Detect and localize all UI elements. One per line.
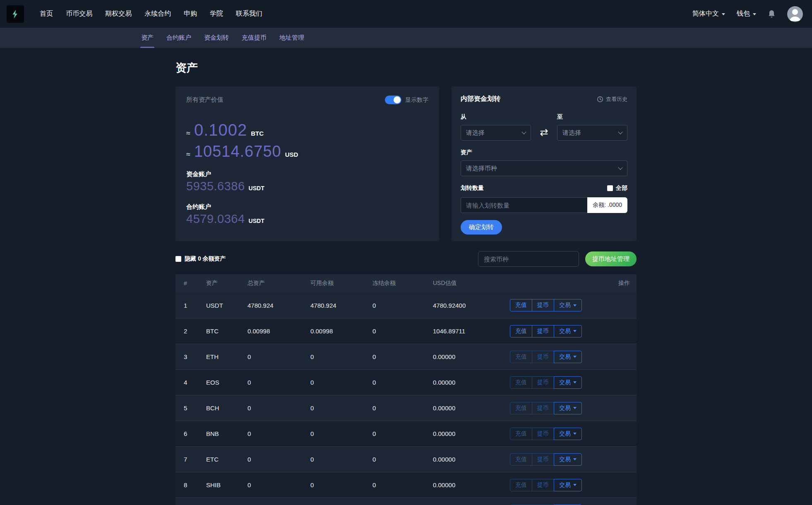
header-asset: 资产 (206, 280, 247, 287)
cell-frozen: 0 (372, 302, 433, 309)
cell-usd-value: 0.00000 (433, 353, 510, 360)
trade-label: 交易 (559, 430, 571, 438)
user-avatar[interactable] (787, 6, 803, 22)
tab-fund-transfer[interactable]: 资金划转 (203, 28, 230, 48)
tab-address-management[interactable]: 地址管理 (279, 28, 305, 48)
trade-label: 交易 (559, 481, 571, 489)
trade-dropdown-button[interactable]: 交易 (554, 453, 582, 466)
cell-index: 8 (175, 481, 206, 488)
view-history-link[interactable]: 查看历史 (597, 96, 627, 103)
table-row: 6 BNB 0 0 0 0.00000 充值 提币 交易 (175, 421, 637, 446)
row-actions: 充值 提币 交易 (510, 299, 582, 311)
asset-subnav: 资产 合约账户 资金划转 充值提币 地址管理 (0, 28, 812, 48)
cell-index: 2 (175, 328, 206, 335)
transfer-all-checkbox[interactable] (607, 185, 613, 191)
withdraw-button[interactable]: 提币 (532, 351, 554, 363)
cell-asset: SHIB (206, 481, 247, 488)
wallet-label: 钱包 (737, 10, 750, 18)
deposit-button[interactable]: 充值 (510, 479, 532, 491)
withdraw-button[interactable]: 提币 (532, 479, 554, 491)
asset-table-header: # 资产 总资产 可用余额 冻结余额 USD估值 操作 (175, 274, 637, 292)
confirm-transfer-button[interactable]: 确定划转 (461, 220, 502, 235)
withdraw-button[interactable]: 提币 (532, 325, 554, 337)
tab-deposit-withdraw[interactable]: 充值提币 (241, 28, 267, 48)
cell-index: 3 (175, 353, 206, 360)
cell-frozen: 0 (372, 353, 433, 360)
swap-direction-icon[interactable]: ⇄ (531, 127, 557, 141)
withdraw-button[interactable]: 提币 (532, 428, 554, 440)
nav-item-home[interactable]: 首页 (40, 10, 53, 18)
approx-symbol: ≈ (186, 129, 190, 138)
trade-dropdown-button[interactable]: 交易 (554, 428, 582, 440)
cell-asset: ETC (206, 456, 247, 463)
chevron-down-icon (573, 433, 577, 435)
cell-total: 0 (247, 430, 310, 437)
to-label: 至 (557, 113, 627, 121)
deposit-button[interactable]: 充值 (510, 428, 532, 440)
trade-dropdown-button[interactable]: 交易 (554, 479, 582, 491)
nav-item-academy[interactable]: 学院 (210, 10, 223, 18)
trade-dropdown-button[interactable]: 交易 (554, 402, 582, 414)
chevron-down-icon (722, 13, 725, 15)
table-row: 充值 提币 交易 (175, 498, 637, 505)
deposit-button[interactable]: 充值 (510, 299, 532, 311)
tab-assets[interactable]: 资产 (140, 28, 154, 48)
deposit-button[interactable]: 充值 (510, 453, 532, 466)
cell-available: 0.00998 (310, 328, 372, 335)
withdraw-button[interactable]: 提币 (532, 376, 554, 389)
amount-label: 划转数量 (461, 184, 484, 192)
transfer-amount-input[interactable] (461, 197, 587, 213)
withdraw-button[interactable]: 提币 (532, 402, 554, 414)
asset-select[interactable]: 请选择币种 (461, 160, 627, 176)
brand-logo[interactable] (7, 5, 24, 23)
deposit-button[interactable]: 充值 (510, 325, 532, 337)
tab-contract-account[interactable]: 合约账户 (166, 28, 192, 48)
asset-table-body: 1 USDT 4780.924 4780.924 0 4780.92400 充值… (175, 292, 637, 505)
nav-item-perpetual[interactable]: 永续合约 (144, 10, 171, 18)
chevron-down-icon (573, 484, 577, 486)
language-dropdown[interactable]: 简体中文 (692, 10, 725, 18)
chevron-down-icon (573, 458, 577, 460)
show-numbers-label: 显示数字 (405, 96, 428, 104)
trade-dropdown-button[interactable]: 交易 (554, 325, 582, 337)
nav-item-spot-trade[interactable]: 币币交易 (66, 10, 92, 18)
row-actions: 充值 提币 交易 (510, 351, 582, 363)
withdraw-address-button[interactable]: 提币地址管理 (585, 251, 637, 266)
chevron-down-icon (753, 13, 756, 15)
cell-asset: USDT (206, 302, 247, 309)
deposit-button[interactable]: 充值 (510, 376, 532, 389)
trade-dropdown-button[interactable]: 交易 (554, 351, 582, 363)
total-asset-title: 所有资产价值 (186, 96, 223, 104)
table-row: 4 EOS 0 0 0 0.00000 充值 提币 交易 (175, 369, 637, 395)
deposit-button[interactable]: 充值 (510, 402, 532, 414)
wallet-dropdown[interactable]: 钱包 (737, 10, 756, 18)
cell-asset: BCH (206, 404, 247, 412)
cell-asset: EOS (206, 379, 247, 386)
nav-item-contact[interactable]: 联系我们 (236, 10, 262, 18)
top-navbar: 首页 币币交易 期权交易 永续合约 申购 学院 联系我们 简体中文 钱包 (0, 0, 812, 28)
asset-label: 资产 (461, 149, 627, 156)
bell-icon[interactable] (768, 10, 776, 18)
logo-bolt-icon (10, 9, 21, 19)
withdraw-button[interactable]: 提币 (532, 299, 554, 311)
from-select[interactable]: 请选择 (461, 125, 531, 141)
asset-table: # 资产 总资产 可用余额 冻结余额 USD估值 操作 1 USDT 4780.… (175, 274, 637, 505)
deposit-button[interactable]: 充值 (510, 351, 532, 363)
trade-dropdown-button[interactable]: 交易 (554, 299, 582, 311)
nav-item-options-trade[interactable]: 期权交易 (105, 10, 132, 18)
to-select[interactable]: 请选择 (557, 125, 627, 141)
asset-select-value: 请选择币种 (466, 165, 497, 172)
nav-item-subscribe[interactable]: 申购 (184, 10, 197, 18)
hide-zero-checkbox[interactable] (175, 256, 181, 262)
cell-frozen: 0 (372, 481, 433, 488)
cell-index: 6 (175, 430, 206, 437)
trade-dropdown-button[interactable]: 交易 (554, 376, 582, 389)
internal-transfer-card: 内部资金划转 查看历史 从 请选择 ⇄ (452, 86, 637, 241)
search-coin-input[interactable] (478, 251, 579, 267)
withdraw-button[interactable]: 提币 (532, 453, 554, 466)
cell-total: 0 (247, 353, 310, 360)
show-numbers-toggle[interactable] (385, 96, 401, 104)
cell-total: 0 (247, 404, 310, 412)
clock-icon (597, 96, 603, 103)
cell-asset: BTC (206, 328, 247, 335)
